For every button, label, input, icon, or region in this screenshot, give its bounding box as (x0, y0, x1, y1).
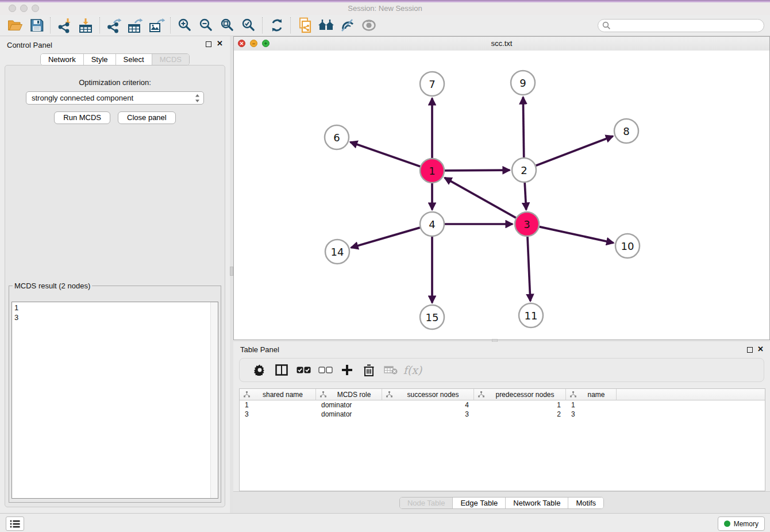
open-file-icon[interactable] (5, 16, 26, 34)
control-panel: Control Panel ✕ NetworkStyleSelectMCDS O… (0, 36, 230, 513)
criterion-value: strongly connected component (32, 94, 133, 102)
graph-edge-1-2[interactable] (445, 170, 510, 171)
memory-status-icon (724, 521, 730, 527)
zoom-fit-icon[interactable] (217, 16, 238, 34)
save-session-icon[interactable] (26, 16, 47, 34)
zoom-out-icon[interactable] (195, 16, 217, 34)
mcds-result-text[interactable]: 1 3 (11, 302, 218, 499)
status-bar: Memory (0, 513, 770, 532)
memory-button[interactable]: Memory (718, 516, 765, 531)
zoom-selected-icon[interactable] (238, 16, 259, 34)
tab-mcds[interactable]: MCDS (152, 54, 189, 65)
toolbar-separator (99, 17, 101, 33)
export-table-icon[interactable] (125, 16, 146, 34)
show-vizmap-icon[interactable] (337, 16, 358, 34)
graph-node-2[interactable]: 2 (512, 158, 536, 182)
column-type-icon (244, 391, 250, 398)
column-header-shared-name[interactable]: shared name (240, 389, 316, 400)
delete-column-icon[interactable] (358, 360, 380, 380)
float-table-panel-icon[interactable] (747, 347, 753, 353)
graph-node-1[interactable]: 1 (420, 159, 444, 183)
graph-node-8[interactable]: 8 (614, 119, 638, 143)
tab-edge-table[interactable]: Edge Table (452, 498, 505, 508)
graph-edge-4-14[interactable] (351, 228, 420, 248)
graph-edge-3-11[interactable] (528, 237, 530, 301)
search-input[interactable] (598, 19, 764, 32)
control-panel-title: Control Panel (7, 41, 52, 49)
criterion-select[interactable]: strongly connected component (26, 91, 204, 105)
svg-text:15: 15 (426, 311, 439, 323)
graph-edge-3-10[interactable] (539, 227, 613, 243)
column-header-name[interactable]: name (566, 389, 617, 400)
tab-node-table[interactable]: Node Table (400, 498, 453, 508)
show-all-views-icon[interactable] (315, 16, 337, 34)
close-table-panel-icon[interactable]: ✕ (757, 345, 764, 353)
graph-node-4[interactable]: 4 (420, 212, 444, 236)
network-view-window: ✕ − + scc.txt 7968124314101511 (233, 36, 770, 340)
network-view-titlebar: ✕ − + scc.txt (234, 37, 769, 51)
column-header-MCDS-role[interactable]: MCDS role (316, 389, 382, 400)
float-panel-icon[interactable] (206, 41, 211, 47)
export-image-icon[interactable] (146, 16, 167, 34)
graph-edge-2-3[interactable] (525, 183, 526, 210)
tab-network[interactable]: Network (41, 54, 83, 65)
table-cell[interactable]: 3 (566, 410, 617, 419)
svg-text:10: 10 (621, 240, 634, 252)
column-header-successor-nodes[interactable]: successor nodes (382, 389, 474, 400)
search-field-wrap (598, 19, 764, 32)
zoom-in-icon[interactable] (174, 16, 195, 34)
task-history-button[interactable] (6, 516, 24, 531)
network-graph[interactable]: 7968124314101511 (234, 51, 769, 340)
table-cell[interactable]: dominator (316, 410, 382, 419)
table-cell[interactable]: 1 (240, 400, 316, 410)
column-type-icon (320, 391, 326, 398)
window-titlebar: Session: New Session (0, 2, 770, 15)
graph-node-10[interactable]: 10 (615, 234, 640, 258)
result-scrollbar[interactable] (210, 302, 218, 498)
graph-edge-3-1[interactable] (445, 178, 516, 218)
network-canvas[interactable]: 7968124314101511 (234, 51, 769, 340)
graph-node-11[interactable]: 11 (519, 303, 543, 327)
graph-node-14[interactable]: 14 (325, 240, 349, 264)
import-network-icon[interactable] (54, 16, 75, 34)
hide-view-icon[interactable] (358, 16, 379, 34)
table-row[interactable]: 3dominator323 (240, 410, 765, 419)
table-cell[interactable]: dominator (316, 400, 382, 410)
table-settings-icon[interactable] (249, 360, 271, 380)
table-cell[interactable]: 3 (382, 410, 474, 419)
run-mcds-button[interactable]: Run MCDS (54, 111, 110, 124)
table-cell[interactable]: 1 (566, 400, 617, 410)
graph-edge-2-8[interactable] (536, 136, 613, 165)
unselect-all-columns-icon[interactable] (314, 360, 336, 380)
graph-node-9[interactable]: 9 (511, 71, 535, 95)
table-cell[interactable]: 2 (474, 410, 566, 419)
toolbar-separator (50, 17, 51, 33)
tab-select[interactable]: Select (116, 54, 152, 65)
graph-edge-2-9[interactable] (523, 97, 523, 157)
tab-style[interactable]: Style (83, 54, 116, 65)
graph-node-15[interactable]: 15 (420, 305, 444, 329)
graph-node-6[interactable]: 6 (325, 125, 349, 149)
graph-edge-1-6[interactable] (351, 142, 421, 166)
graph-node-7[interactable]: 7 (420, 72, 444, 96)
refresh-layout-icon[interactable] (266, 16, 287, 34)
column-header-predecessor-nodes[interactable]: predecessor nodes (474, 389, 566, 400)
memory-label: Memory (734, 520, 759, 528)
close-panel-icon[interactable]: ✕ (217, 40, 223, 48)
tab-network-table[interactable]: Network Table (505, 498, 568, 508)
duplicate-network-view-icon[interactable] (294, 16, 315, 34)
select-all-columns-icon[interactable] (292, 360, 314, 380)
table-cell[interactable]: 4 (382, 400, 474, 410)
node-table: shared nameMCDS rolesuccessor nodesprede… (239, 388, 765, 491)
import-table-icon[interactable] (75, 16, 97, 34)
show-column-icon[interactable] (271, 360, 292, 380)
table-row[interactable]: 1dominator411 (240, 400, 765, 410)
export-network-icon[interactable] (103, 16, 125, 34)
tab-motifs[interactable]: Motifs (568, 498, 603, 508)
table-cell[interactable]: 1 (474, 400, 566, 410)
graph-node-3[interactable]: 3 (515, 212, 539, 236)
add-column-icon[interactable] (336, 360, 358, 380)
svg-text:14: 14 (331, 246, 344, 258)
close-panel-button[interactable]: Close panel (118, 111, 176, 124)
table-cell[interactable]: 3 (240, 410, 316, 419)
